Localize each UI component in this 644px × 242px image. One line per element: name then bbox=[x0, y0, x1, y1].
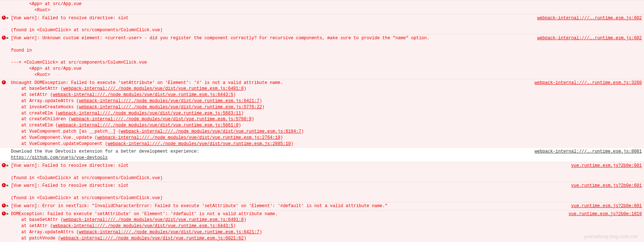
source-link[interactable]: vue.runtime.esm.js?2b0e:601 bbox=[566, 203, 642, 209]
console-panel: <App> at src/App.vue <Root>✕▶[Vue warn]:… bbox=[0, 0, 644, 242]
error-icon: ✕ bbox=[2, 203, 6, 207]
source-link[interactable]: webpack-internal:///….runtime.esm.js:808… bbox=[529, 149, 642, 155]
error-icon: ✕ bbox=[2, 183, 6, 187]
console-entry[interactable]: ✕▶[Vue warn]: Failed to resolve directiv… bbox=[0, 162, 644, 182]
console-entry[interactable]: ✕▶[Vue warn]: Unknown custom element: <c… bbox=[0, 34, 644, 79]
source-link[interactable]: vue.runtime.esm.js?2b0e:601 bbox=[566, 183, 642, 189]
stack-source-link[interactable]: webpack-internal:///./node_modules/vue/d… bbox=[63, 217, 244, 222]
console-message: [Vue warn]: Failed to resolve directive:… bbox=[11, 15, 531, 33]
stack-frame: at Array.updateAttrs (webpack-internal:/… bbox=[11, 229, 563, 235]
stack-frame: at patchVnode (webpack-internal:///./nod… bbox=[11, 235, 563, 242]
console-entry[interactable]: ✕▶DOMException: Failed to execute 'setAt… bbox=[0, 210, 644, 242]
console-entry[interactable]: <App> at src/App.vue <Root> bbox=[0, 0, 644, 14]
stack-frame: at VueComponent.updateComponent (webpack… bbox=[11, 141, 529, 147]
expand-toggle[interactable]: ▶ bbox=[7, 163, 11, 168]
stack-source-link[interactable]: webpack-internal:///./node_modules/vue/d… bbox=[79, 105, 262, 110]
error-icon-column: ✕ bbox=[1, 15, 7, 20]
stack-source-link[interactable]: webpack-internal:///./node_modules/vue/d… bbox=[58, 123, 239, 128]
source-link[interactable]: vue.runtime.esm.js?2b0e:601 bbox=[566, 163, 642, 169]
console-entry[interactable]: ✕Uncaught DOMException: Failed to execut… bbox=[0, 79, 644, 148]
console-message: Uncaught DOMException: Failed to execute… bbox=[11, 80, 529, 147]
error-icon-column: ✕ bbox=[1, 211, 7, 215]
expand-toggle[interactable]: ▶ bbox=[7, 35, 11, 41]
stack-frame: at invokeCreateHooks (webpack-internal:/… bbox=[11, 104, 529, 110]
stack-frame: at VueComponent.patch [as __patch__] (we… bbox=[11, 129, 529, 135]
error-icon-column: ✕ bbox=[1, 163, 7, 167]
error-icon: ✕ bbox=[2, 80, 6, 84]
console-entry[interactable]: ✕▶[Vue warn]: Failed to resolve directiv… bbox=[0, 14, 644, 34]
expand-toggle bbox=[7, 80, 11, 80]
error-icon-column bbox=[1, 1, 7, 1]
stack-frame: at createElm (webpack-internal:///./node… bbox=[11, 122, 529, 129]
stack-source-link[interactable]: webpack-internal:///./node_modules/vue/d… bbox=[63, 86, 244, 91]
stack-frame: at baseSetAttr (webpack-internal:///./no… bbox=[11, 217, 563, 223]
stack-source-link[interactable]: webpack-internal:///./node_modules/vue/d… bbox=[79, 98, 259, 104]
error-icon-column: ✕ bbox=[1, 80, 7, 84]
devtools-link[interactable]: https://github.com/vuejs/vue-devtools bbox=[11, 155, 108, 160]
expand-toggle[interactable]: ▶ bbox=[7, 203, 11, 209]
console-entry[interactable]: ✕▶[Vue warn]: Error in nextTick: "Invali… bbox=[0, 202, 644, 210]
console-message: [Vue warn]: Error in nextTick: "InvalidC… bbox=[11, 203, 566, 209]
stack-frame: at Array.updateAttrs (webpack-internal:/… bbox=[11, 98, 529, 104]
source-link[interactable]: webpack-internal:///….runtime.esm.js:602 bbox=[531, 35, 642, 41]
stack-source-link[interactable]: webpack-internal:///./node_modules/vue/d… bbox=[53, 223, 233, 229]
error-icon: ✕ bbox=[2, 16, 6, 20]
stack-source-link[interactable]: webpack-internal:///./node_modules/vue/d… bbox=[53, 92, 233, 97]
error-icon-column: ✕ bbox=[1, 35, 7, 40]
console-message: Download the Vue Devtools extension for … bbox=[11, 149, 529, 161]
console-message: <App> at src/App.vue <Root> bbox=[11, 1, 636, 13]
error-icon: ✕ bbox=[2, 36, 6, 40]
expand-toggle[interactable]: ▶ bbox=[7, 183, 11, 188]
error-icon-column: ✕ bbox=[1, 183, 7, 187]
error-icon-column: ✕ bbox=[1, 203, 7, 207]
expand-toggle bbox=[7, 1, 11, 1]
stack-frame: at baseSetAttr (webpack-internal:///./no… bbox=[11, 86, 529, 92]
stack-frame: at setAttr (webpack-internal:///./node_m… bbox=[11, 223, 563, 229]
stack-source-link[interactable]: webpack-internal:///./node_modules/vue/d… bbox=[71, 117, 252, 122]
stack-frame: at createChildren (webpack-internal:///.… bbox=[11, 116, 529, 122]
console-message: DOMException: Failed to execute 'setAttr… bbox=[11, 211, 563, 242]
stack-source-link[interactable]: webpack-internal:///./node_modules/vue/d… bbox=[58, 111, 241, 116]
stack-source-link[interactable]: webpack-internal:///./node_modules/vue/d… bbox=[108, 141, 291, 146]
expand-toggle bbox=[7, 149, 11, 149]
error-icon: ✕ bbox=[2, 211, 6, 215]
stack-source-link[interactable]: webpack-internal:///./node_modules/vue/d… bbox=[61, 236, 244, 241]
console-message: [Vue warn]: Failed to resolve directive:… bbox=[11, 183, 566, 201]
error-icon-column bbox=[1, 149, 7, 149]
expand-toggle[interactable]: ▶ bbox=[7, 211, 11, 217]
stack-frame: at VueComponent.Vue._update (webpack-int… bbox=[11, 135, 529, 141]
expand-toggle[interactable]: ▶ bbox=[7, 15, 11, 21]
stack-frame: at createElm (webpack-internal:///./node… bbox=[11, 110, 529, 117]
console-message: [Vue warn]: Failed to resolve directive:… bbox=[11, 163, 566, 181]
stack-source-link[interactable]: webpack-internal:///./node_modules/vue/d… bbox=[79, 230, 259, 235]
source-link[interactable]: webpack-internal:///….runtime.esm.js:326… bbox=[529, 80, 642, 86]
stack-frame: at setAttr (webpack-internal:///./node_m… bbox=[11, 92, 529, 98]
console-entry[interactable]: ✕▶[Vue warn]: Failed to resolve directiv… bbox=[0, 182, 644, 202]
stack-source-link[interactable]: webpack-internal:///./node_modules/vue/d… bbox=[97, 135, 280, 140]
console-message: [Vue warn]: Unknown custom element: <cur… bbox=[11, 35, 531, 78]
source-link[interactable]: webpack-internal:///….runtime.esm.js:602 bbox=[531, 15, 642, 21]
stack-source-link[interactable]: webpack-internal:///./node_modules/vue/d… bbox=[121, 129, 301, 134]
source-link[interactable]: vue.runtime.esm.js?2b0e:1819 bbox=[563, 211, 642, 217]
console-entry[interactable]: Download the Vue Devtools extension for … bbox=[0, 148, 644, 162]
error-icon: ✕ bbox=[2, 163, 6, 167]
